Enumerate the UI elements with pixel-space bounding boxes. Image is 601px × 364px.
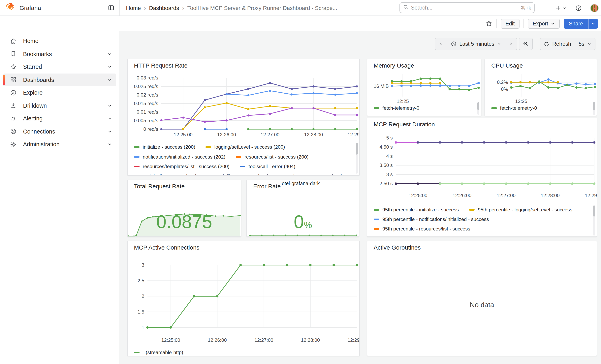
legend-label: initialize - success (200) bbox=[143, 144, 195, 150]
share-button-group: Share bbox=[564, 19, 598, 29]
sidebar-item-label: Administration bbox=[23, 141, 60, 148]
compass-icon bbox=[10, 89, 17, 96]
dashboards-grid-icon bbox=[10, 77, 17, 83]
panel-title[interactable]: Memory Usage bbox=[374, 62, 414, 69]
time-shift-forward-button[interactable] bbox=[505, 38, 517, 50]
legend-item[interactable]: 95th percentile - resources/list - succe… bbox=[374, 226, 470, 232]
share-menu-button[interactable] bbox=[588, 19, 598, 29]
grafana-logo-icon[interactable] bbox=[5, 2, 15, 13]
refresh-button[interactable]: Refresh bbox=[540, 38, 575, 50]
legend-label: tools/call - success (200) bbox=[143, 173, 197, 176]
legend-row: fetch-telemetry-0 bbox=[491, 105, 593, 111]
help-icon[interactable] bbox=[575, 5, 582, 11]
panel-mcp-active-connections: MCP Active Connections 12:25:0012:26:001… bbox=[127, 241, 360, 356]
svg-text:0.03 req/s: 0.03 req/s bbox=[137, 75, 158, 80]
panel-title[interactable]: MCP Active Connections bbox=[134, 244, 200, 251]
time-range-picker[interactable]: Last 5 minutes bbox=[447, 38, 505, 50]
legend-label: resources/list - success (200) bbox=[244, 154, 309, 159]
svg-text:5 s: 5 s bbox=[386, 135, 393, 140]
legend-scrollbar[interactable] bbox=[593, 206, 595, 216]
legend-swatch bbox=[134, 156, 140, 157]
breadcrumb-home[interactable]: Home bbox=[126, 5, 141, 11]
legend-label: logging/setLevel - success (200) bbox=[214, 144, 285, 150]
legend-item[interactable]: fetch-telemetry-0 bbox=[374, 105, 419, 111]
sidebar-item-administration[interactable]: Administration bbox=[3, 138, 116, 151]
svg-text:12:29:00: 12:29:00 bbox=[585, 193, 597, 198]
breadcrumb-dashboards[interactable]: Dashboards bbox=[149, 5, 179, 11]
sidebar-item-label: Dashboards bbox=[23, 77, 54, 83]
sidebar-item-alerting[interactable]: Alerting bbox=[3, 112, 116, 125]
legend-scrollbar[interactable] bbox=[477, 102, 479, 110]
legend-item[interactable]: resources/list - success (200) bbox=[236, 154, 309, 159]
panel-title[interactable]: HTTP Request Rate bbox=[134, 62, 188, 69]
panel-title[interactable]: CPU Usage bbox=[491, 62, 523, 69]
legend-item[interactable]: 95th percentile - logging/setLevel - suc… bbox=[469, 207, 572, 213]
svg-text:3: 3 bbox=[141, 262, 144, 268]
legend-item[interactable]: tools/call - error (404) bbox=[240, 164, 296, 169]
favorite-star-icon[interactable] bbox=[485, 20, 492, 27]
sidebar-item-label: Connections bbox=[23, 128, 55, 135]
zoom-out-button[interactable] bbox=[519, 38, 533, 50]
legend-row: 95th percentile - resources/list - succe… bbox=[374, 226, 593, 232]
bookmark-icon bbox=[10, 51, 17, 58]
panel-title[interactable]: Error Rate bbox=[253, 183, 281, 189]
sidebar-item-connections[interactable]: Connections bbox=[3, 125, 116, 138]
legend-item[interactable]: 95th percentile - resources/templates/li… bbox=[374, 236, 493, 237]
svg-text:0.005 req/s: 0.005 req/s bbox=[134, 118, 158, 123]
legend-row: resources/templates/list - success (200)… bbox=[134, 164, 355, 169]
legend-item[interactable]: tools/list - success (200) bbox=[207, 173, 269, 176]
legend-item[interactable]: notifications/initialized - success (202… bbox=[134, 154, 225, 159]
legend-item[interactable]: - (streamable-http) bbox=[134, 350, 183, 355]
sidebar-item-explore[interactable]: Explore bbox=[3, 86, 116, 99]
sidebar-item-label: Home bbox=[23, 38, 38, 44]
sidebar-item-home[interactable]: Home bbox=[3, 35, 116, 48]
sidebar-item-starred[interactable]: Starred bbox=[3, 60, 116, 73]
legend-item[interactable]: fetch-telemetry-0 bbox=[491, 105, 537, 111]
share-button[interactable]: Share bbox=[564, 19, 588, 29]
search-box[interactable]: ⌘+k bbox=[400, 2, 535, 13]
legend-item[interactable]: unknown - success (200) bbox=[279, 173, 343, 176]
avatar[interactable] bbox=[590, 4, 599, 12]
datasource-floating-label: otel-grafana-dark bbox=[282, 181, 320, 186]
breadcrumb-separator: › bbox=[182, 5, 184, 11]
sidebar-item-drilldown[interactable]: Drilldown bbox=[3, 99, 116, 112]
legend-scrollbar[interactable] bbox=[593, 102, 595, 110]
svg-text:0 req/s: 0 req/s bbox=[143, 126, 158, 132]
svg-text:12:29:00: 12:29:00 bbox=[348, 337, 360, 343]
legend-item[interactable]: initialize - success (200) bbox=[134, 144, 195, 150]
error-rate-value: 0% bbox=[247, 213, 359, 231]
edit-button[interactable]: Edit bbox=[501, 19, 520, 29]
panel-title[interactable]: MCP Request Duration bbox=[374, 121, 435, 128]
svg-text:12:25:00: 12:25:00 bbox=[161, 337, 180, 343]
legend-item[interactable]: 95th percentile - initialize - success bbox=[374, 207, 459, 213]
refresh-interval-picker[interactable]: 5s bbox=[575, 38, 595, 50]
refresh-group: Refresh 5s bbox=[540, 38, 595, 50]
legend-swatch bbox=[236, 156, 241, 157]
svg-text:0%: 0% bbox=[501, 87, 508, 92]
sidebar-item-bookmarks[interactable]: Bookmarks bbox=[3, 48, 116, 60]
panel-title[interactable]: Total Request Rate bbox=[134, 183, 185, 189]
legend-scrollbar[interactable] bbox=[356, 143, 358, 155]
legend-label: notifications/initialized - success (202… bbox=[143, 154, 225, 159]
legend-row: notifications/initialized - success (202… bbox=[134, 154, 355, 159]
legend-item[interactable]: 95th percentile - notifications/initiali… bbox=[374, 216, 489, 222]
sidebar-item-dashboards[interactable]: Dashboards bbox=[3, 73, 116, 86]
panel-title[interactable]: Active Goroutines bbox=[374, 244, 421, 251]
export-button[interactable]: Export bbox=[528, 19, 560, 29]
legend-item[interactable]: tools/call - success (200) bbox=[134, 173, 197, 176]
svg-text:12:26:00: 12:26:00 bbox=[452, 193, 471, 198]
legend-item[interactable]: logging/setLevel - success (200) bbox=[206, 144, 285, 150]
legend-label: 95th percentile - initialize - success bbox=[382, 207, 459, 213]
breadcrumb: Home › Dashboards › ToolHive MCP Server … bbox=[126, 5, 337, 11]
panel-error-rate: Error Rate otel-grafana-dark 0% bbox=[246, 180, 359, 237]
legend-item[interactable]: resources/templates/list - success (200) bbox=[134, 164, 230, 169]
svg-text:2.5: 2.5 bbox=[138, 278, 144, 283]
svg-text:12:27:00: 12:27:00 bbox=[254, 337, 273, 343]
divider bbox=[496, 19, 497, 28]
bell-icon bbox=[10, 115, 17, 122]
add-new-button[interactable] bbox=[555, 5, 567, 11]
time-shift-back-button[interactable] bbox=[435, 38, 447, 50]
dock-sidebar-icon[interactable] bbox=[108, 4, 114, 11]
search-input[interactable] bbox=[411, 5, 518, 11]
svg-text:12:29:00: 12:29:00 bbox=[348, 132, 360, 137]
